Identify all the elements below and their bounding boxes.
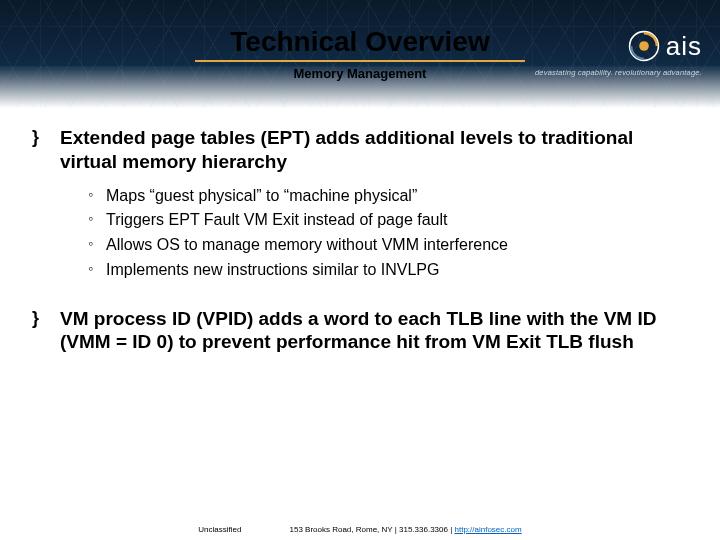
bullet-2: VM process ID (VPID) adds a word to each… (56, 307, 680, 355)
bullet-1-sub-3: Allows OS to manage memory without VMM i… (94, 233, 680, 258)
footer-address-text: 153 Brooks Road, Rome, NY | 315.336.3306… (289, 525, 454, 534)
title-underline (195, 60, 525, 62)
slide-subtitle: Memory Management (294, 66, 427, 81)
bullet-1-sublist: Maps “guest physical” to “machine physic… (94, 184, 680, 283)
header-band: Technical Overview Memory Management ais… (0, 0, 720, 108)
footer-link[interactable]: http://ainfosec.com (454, 525, 521, 534)
slide-body: Extended page tables (EPT) adds addition… (0, 108, 720, 354)
footer-address: 153 Brooks Road, Rome, NY | 315.336.3306… (289, 525, 521, 534)
company-logo: ais (628, 30, 702, 62)
logo-swirl-icon (628, 30, 660, 62)
slide-title: Technical Overview (230, 26, 489, 58)
footer: Unclassified 153 Brooks Road, Rome, NY |… (0, 525, 720, 534)
bullet-1-sub-1: Maps “guest physical” to “machine physic… (94, 184, 680, 209)
bullet-1: Extended page tables (EPT) adds addition… (56, 126, 680, 174)
logo-tagline: devastating capability. revolutionary ad… (535, 68, 702, 77)
bullet-1-sub-2: Triggers EPT Fault VM Exit instead of pa… (94, 208, 680, 233)
bullet-1-sub-4: Implements new instructions similar to I… (94, 258, 680, 283)
svg-point-1 (639, 41, 649, 51)
logo-text: ais (666, 31, 702, 62)
slide: Technical Overview Memory Management ais… (0, 0, 720, 540)
footer-classification: Unclassified (198, 525, 241, 534)
